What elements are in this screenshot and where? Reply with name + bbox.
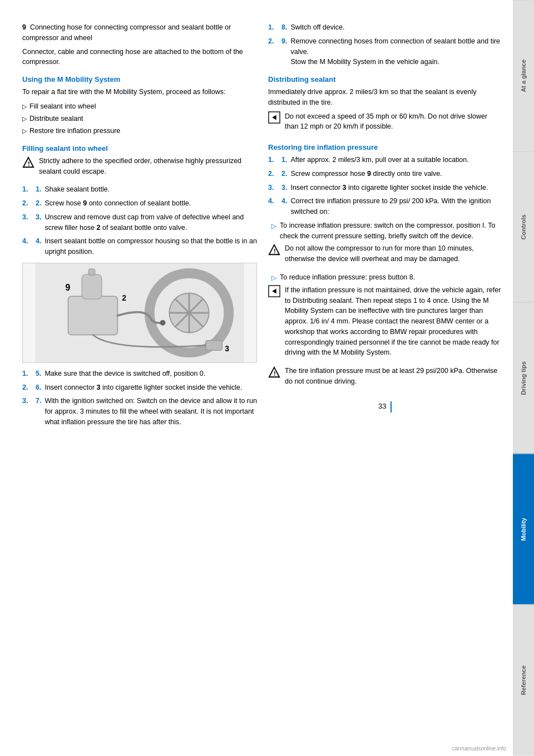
right-step-3-text: Insert connector 3 into cigarette lighte… (290, 183, 488, 193)
steps-list-3: 8. Switch off device. 9. Remove connecti… (268, 22, 502, 67)
item-9-number: 9 (22, 23, 26, 31)
arrow-icon-3: ▷ (22, 126, 27, 136)
distributing-note-box: Do not exceed a speed of 35 mph or 60 km… (268, 111, 502, 136)
sidebar-tab-controls[interactable]: Controls (513, 151, 534, 303)
arrow-icon-2: ▷ (22, 114, 27, 124)
bullet-restore: ▷ Restore tire inflation pressure (22, 125, 257, 136)
sidebar-tab-reference[interactable]: Reference (513, 605, 534, 756)
svg-rect-9 (68, 296, 117, 335)
step-4: 4. Insert sealant bottle on compressor h… (22, 236, 257, 257)
step-1-text: Shake sealant bottle. (44, 184, 110, 195)
bullet-distribute: ▷ Distribute sealant (22, 113, 257, 124)
steps-list-2: 5. Make sure that the device is switched… (22, 369, 257, 428)
right-step-2-text: Screw compressor hose 9 directly onto ti… (290, 169, 442, 179)
right-step-2: 2. Screw compressor hose 9 directly onto… (268, 169, 502, 179)
warning-icon-3: ! (268, 366, 280, 379)
note-arrow-icon-2 (268, 285, 280, 297)
svg-rect-10 (82, 274, 102, 300)
note-box-2: If the inflation pressure is not maintai… (268, 285, 502, 361)
warning-text-1: Strictly adhere to the specified order, … (39, 156, 257, 177)
sidebar-tab-at-a-glance[interactable]: At a glance (513, 0, 534, 151)
step-3-text: Unscrew and remove dust cap from valve o… (44, 212, 257, 233)
right-step-4: 4. Correct tire inflation pressure to 29… (268, 196, 502, 217)
step-6: 6. Insert connector 3 into cigarette lig… (22, 382, 257, 393)
item-9-text: Connecting hose for connecting compresso… (22, 23, 231, 42)
step-4-text: Insert sealant bottle on compressor hous… (44, 236, 257, 257)
right-step-1: 1. After approx. 2 miles/3 km, pull over… (268, 155, 502, 165)
svg-text:!: ! (28, 160, 30, 166)
svg-marker-18 (272, 115, 276, 120)
bullet1-text: Fill sealant into wheel (29, 101, 96, 112)
warning-box-2: ! Do not allow the compressor to run for… (268, 243, 502, 268)
svg-text:9: 9 (66, 283, 71, 292)
warning-box-1: ! Strictly adhere to the specified order… (22, 156, 257, 180)
right-step-1-text: After approx. 2 miles/3 km, pull over at… (290, 155, 468, 165)
note2-text: If the inflation pressure is not maintai… (285, 285, 502, 358)
note-arrow-icon-1 (268, 111, 280, 124)
step-2-text: Screw hose 9 onto connection of sealant … (44, 198, 191, 209)
sub-arrow-icon-2: ▷ (271, 273, 276, 283)
step-1: 1. Shake sealant bottle. (22, 184, 257, 195)
bullet2-text: Distribute sealant (29, 113, 83, 124)
sub-bullet2-text: To reduce inflation pressure: press butt… (280, 272, 415, 283)
item-9-note: Connector, cable and connecting hose are… (22, 47, 257, 68)
sub-arrow-icon-1: ▷ (271, 221, 276, 231)
steps-list-right: 1. After approx. 2 miles/3 km, pull over… (268, 155, 502, 217)
distributing-note-text: Do not exceed a speed of 35 mph or 60 km… (285, 111, 502, 132)
watermark: carmanualsonline.info (452, 745, 506, 752)
sidebar-tab-mobility[interactable]: Mobility (513, 454, 534, 605)
sub-bullet-increase: ▷ To increase inflation pressure: switch… (271, 220, 502, 242)
right-step-3: 3. Insert connector 3 into cigarette lig… (268, 183, 502, 193)
warning-icon-2: ! (268, 244, 280, 256)
sidebar-tab-driving-tips[interactable]: Driving tips (513, 302, 534, 454)
svg-rect-16 (206, 340, 222, 350)
step-9-text: Remove connecting hoses from connection … (290, 36, 502, 67)
sub-bullet1-text: To increase inflation pressure: switch o… (280, 220, 502, 242)
svg-text:2: 2 (122, 293, 126, 302)
left-column: 9 Connecting hose for connecting compres… (22, 22, 257, 734)
using-intro: To repair a flat tire with the M Mobilit… (22, 87, 257, 97)
item-9-block: 9 Connecting hose for connecting compres… (22, 22, 257, 67)
arrow-icon-1: ▷ (22, 102, 27, 112)
step-8: 8. Switch off device. (268, 22, 502, 33)
step-6-text: Insert connector 3 into cigarette lighte… (44, 382, 242, 393)
page-divider (390, 401, 392, 413)
sub-bullet-reduce: ▷ To reduce inflation pressure: press bu… (271, 272, 502, 283)
step-5: 5. Make sure that the device is switched… (22, 369, 257, 379)
svg-text:3: 3 (225, 344, 229, 353)
svg-text:!: ! (274, 370, 276, 377)
step-7: 7. With the ignition switched on: Switch… (22, 396, 257, 427)
step-8-text: Switch off device. (290, 22, 344, 33)
distributing-text: Immediately drive approx. 2 miles/3 km s… (268, 87, 502, 108)
figure-svg: 9 2 3 (23, 263, 256, 362)
bullet-fill-sealant: ▷ Fill sealant into wheel (22, 101, 257, 112)
restoring-heading: Restoring tire inflation pressure (268, 143, 502, 151)
page-number: 33 (378, 402, 386, 410)
step-2: 2. Screw hose 9 onto connection of seala… (22, 198, 257, 209)
warning-text-3: The tire inflation pressure must be at l… (285, 366, 502, 387)
figure-illustration: 9 2 3 (22, 263, 257, 363)
svg-marker-22 (272, 288, 276, 293)
right-column: 8. Switch off device. 9. Remove connecti… (268, 22, 502, 734)
warning-icon-1: ! (22, 156, 34, 169)
using-heading: Using the M Mobility System (22, 75, 257, 84)
bullet3-text: Restore tire inflation pressure (29, 125, 120, 136)
filling-heading: Filling sealant into wheel (22, 144, 257, 153)
step-7-text: With the ignition switched on: Switch on… (44, 396, 257, 427)
warning-text-2: Do not allow the compressor to run for m… (285, 243, 502, 264)
distributing-heading: Distributing sealant (268, 75, 502, 84)
step-9: 9. Remove connecting hoses from connecti… (268, 36, 502, 67)
warning-box-3: ! The tire inflation pressure must be at… (268, 366, 502, 390)
sidebar: At a glance Controls Driving tips Mobili… (513, 0, 534, 756)
svg-text:!: ! (274, 248, 276, 254)
step-3: 3. Unscrew and remove dust cap from valv… (22, 212, 257, 233)
page-number-area: 33 (268, 401, 502, 424)
svg-point-12 (160, 320, 166, 326)
svg-rect-11 (88, 269, 95, 276)
steps-list-1: 1. Shake sealant bottle. 2. Screw hose 9… (22, 184, 257, 257)
step-5-text: Make sure that the device is switched of… (44, 369, 205, 379)
right-step-4-text: Correct tire inflation pressure to 29 ps… (290, 196, 502, 217)
